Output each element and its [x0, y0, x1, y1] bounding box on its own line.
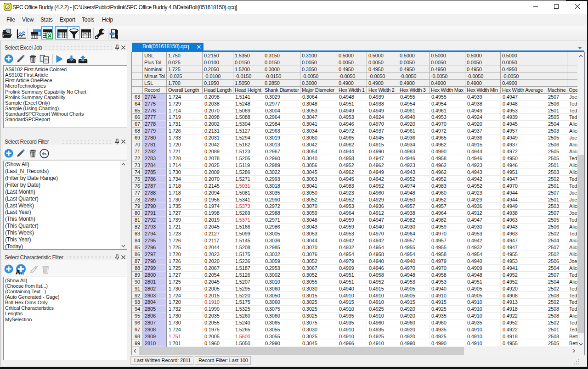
- svg-text:A..: A..: [16, 268, 24, 275]
